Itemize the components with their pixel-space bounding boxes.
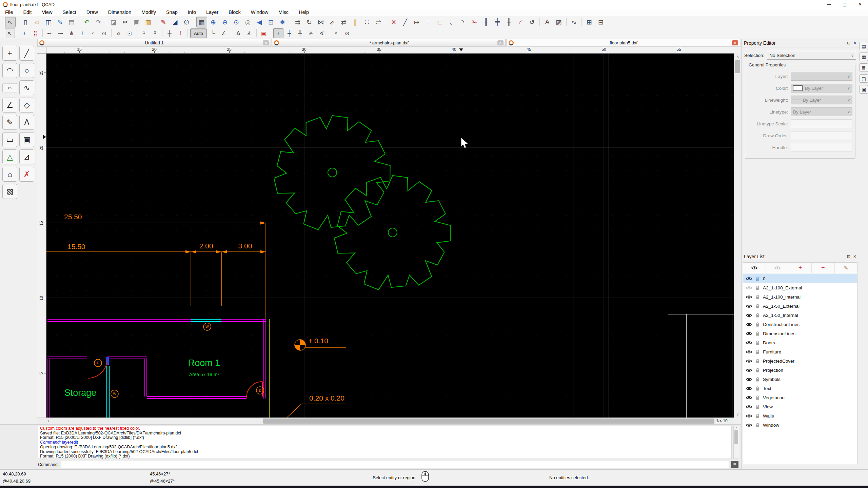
layer-row-a2-1-100-external[interactable]: A2_1-100_External: [743, 283, 857, 292]
spline-tool[interactable]: ∿: [19, 80, 34, 95]
snap-select-pointer-button[interactable]: ↖: [5, 28, 15, 38]
snap-exclude-button[interactable]: !: [175, 28, 185, 38]
move-copy-button[interactable]: ⇉: [292, 17, 303, 27]
menu-window[interactable]: Window: [246, 9, 274, 16]
panel-properties-button[interactable]: ▤: [860, 42, 868, 50]
add-layer-button[interactable]: +: [789, 263, 812, 273]
break-gap-button[interactable]: ╪: [492, 17, 503, 27]
text-button[interactable]: A: [542, 17, 553, 27]
draw-pencil-button[interactable]: ✎: [158, 17, 169, 27]
snap-angle-button[interactable]: ∢: [317, 28, 327, 38]
float-panel-icon[interactable]: ⊡: [847, 41, 850, 45]
zoom-in-button[interactable]: ⊕: [208, 17, 219, 27]
snap-middle-button[interactable]: ⌀: [114, 28, 124, 38]
menu-edit[interactable]: Edit: [18, 9, 37, 16]
horizontal-scrollbar[interactable]: ‹ ›: [37, 418, 734, 424]
clip-rectangle-button[interactable]: ⊏: [434, 17, 445, 27]
fillet-button[interactable]: ◟: [446, 17, 457, 27]
zoom-previous-button[interactable]: ◀: [254, 17, 265, 27]
pick-coordinate-button[interactable]: ⌖: [331, 28, 341, 38]
snap-grid-button[interactable]: ⣿: [30, 28, 40, 38]
scrollbar-thumb[interactable]: [263, 419, 714, 424]
command-input[interactable]: [61, 461, 729, 468]
linetype-scale-input[interactable]: [791, 119, 852, 128]
spray-button[interactable]: ∿: [569, 17, 579, 27]
layer-row-0[interactable]: 0: [743, 274, 857, 283]
layer-row-walls[interactable]: Walls: [743, 411, 857, 421]
menu-block[interactable]: Block: [223, 9, 245, 16]
scroll-up-icon[interactable]: ˄: [734, 54, 741, 60]
crosshair-button[interactable]: +: [19, 28, 29, 38]
circle-tool[interactable]: ○: [19, 63, 34, 78]
restrict-vertical-button[interactable]: ╀: [295, 28, 305, 38]
remove-layer-button[interactable]: −: [812, 263, 834, 273]
extend-button[interactable]: ╱: [400, 17, 411, 27]
select-pointer-button[interactable]: ↖: [5, 17, 16, 27]
scroll-left-icon[interactable]: ‹: [45, 418, 52, 424]
coordinate-cartesian-button[interactable]: └: [208, 28, 218, 38]
layer-row-a2-1-50-internal[interactable]: A2_1-50_Internal: [743, 311, 857, 320]
panel-library-button[interactable]: ▢: [860, 74, 868, 83]
snap-auto-1-button[interactable]: ¹: [139, 28, 149, 38]
divide-button[interactable]: ÷: [423, 17, 434, 27]
layer-combobox[interactable]: ∨: [791, 72, 852, 81]
close-panel-icon[interactable]: ✕: [853, 41, 856, 45]
measure-tool[interactable]: ⊿: [19, 149, 34, 164]
undo-button[interactable]: ↶: [81, 17, 92, 27]
scroll-down-icon[interactable]: ˅: [734, 411, 741, 418]
snap-reference-button[interactable]: ⊡: [124, 28, 135, 38]
console-messages[interactable]: Custom colors are adjusted to the neares…: [38, 426, 732, 459]
layer-row-vegetacao[interactable]: Vegetacao: [743, 393, 857, 402]
node-delete-tool[interactable]: ✗: [19, 167, 34, 182]
drawing-canvas[interactable]: D W W D 25.50 15.50 2.00 3.00 + 0.10 0.2…: [46, 54, 734, 418]
hatch-tool[interactable]: △: [2, 149, 17, 164]
tab-close-icon[interactable]: ✕: [497, 40, 504, 45]
mirror-button[interactable]: ⋈: [315, 17, 326, 27]
grid-toggle-button[interactable]: ▦: [196, 17, 207, 27]
linetype-combobox[interactable]: By Layer∨: [791, 107, 852, 116]
offset-button[interactable]: ∥: [350, 17, 361, 27]
coordinate-relative-polar-button[interactable]: ∡: [244, 28, 254, 38]
menu-file[interactable]: File: [0, 9, 18, 16]
restrict-plus-button[interactable]: +: [273, 28, 283, 38]
tab-untitled-1[interactable]: Untitled 1 ✕: [37, 39, 271, 47]
rectangle-tool[interactable]: ▭: [2, 132, 17, 147]
snap-tangent-button[interactable]: ◜: [88, 28, 98, 38]
reverse-button[interactable]: ↺: [527, 17, 537, 27]
save-button[interactable]: ◫: [43, 17, 54, 27]
text-tool[interactable]: A: [19, 115, 34, 130]
snap-intersection-button[interactable]: ⋔: [66, 28, 77, 38]
snap-perpendicular-button[interactable]: ⊥: [77, 28, 87, 38]
save-as-button[interactable]: ✎: [55, 17, 65, 27]
snap-ghost-button[interactable]: ▣: [259, 28, 269, 38]
panel-blocks-button[interactable]: ▦: [860, 53, 868, 61]
layer-row-text[interactable]: Text: [743, 384, 857, 393]
rotate-button[interactable]: ↻: [304, 17, 315, 27]
tab-close-icon[interactable]: ✕: [732, 40, 738, 45]
point-tool[interactable]: +: [2, 46, 17, 61]
ellipse-tool[interactable]: ○: [2, 83, 17, 92]
scrollbar-thumb[interactable]: [735, 60, 740, 73]
layer-row-furniture[interactable]: Furniture: [743, 347, 857, 357]
break-out-button[interactable]: ✁: [469, 17, 480, 27]
snap-auto-2-button[interactable]: ²: [150, 28, 160, 38]
round-corner-button[interactable]: ◝: [457, 17, 468, 27]
match-properties-button[interactable]: ⇌: [373, 17, 384, 27]
snap-center-button[interactable]: ⊙: [99, 28, 109, 38]
console-options-button[interactable]: ≣: [731, 461, 738, 468]
layer-row-a2-1-100-internal[interactable]: A2_1-100_Internal: [743, 292, 857, 302]
shape-tool[interactable]: ◇: [19, 98, 34, 113]
layer-row-symbols[interactable]: Symbols: [743, 375, 857, 384]
layer-row-view[interactable]: View: [743, 402, 857, 411]
paste-button[interactable]: ▥: [143, 17, 154, 27]
maximize-button[interactable]: ▢: [837, 0, 852, 9]
tab-close-icon[interactable]: ✕: [263, 40, 269, 45]
layer-row-projection[interactable]: Projection: [743, 366, 857, 375]
array-button[interactable]: ∷: [361, 17, 372, 27]
solid-tool[interactable]: ▧: [2, 184, 17, 199]
image-tool[interactable]: ▣: [19, 132, 34, 147]
ellipse-settings-button[interactable]: ∅: [181, 17, 192, 27]
modify-corner-tool[interactable]: ⌂: [2, 167, 17, 182]
selection-combobox[interactable]: No Selection ∨: [767, 51, 856, 60]
close-panel-icon[interactable]: ✕: [853, 254, 856, 259]
